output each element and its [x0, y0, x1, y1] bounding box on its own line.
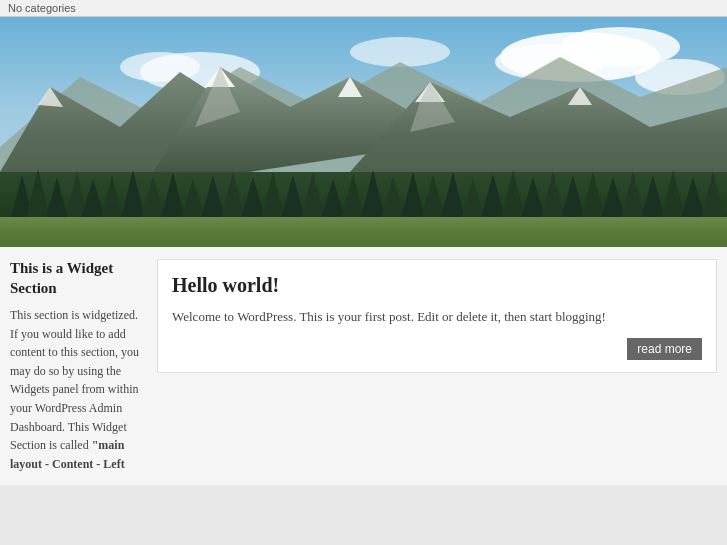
read-more-button[interactable]: read more: [627, 338, 702, 360]
main-content: Hello world! Welcome to WordPress. This …: [157, 259, 717, 473]
post-body: Welcome to WordPress. This is your first…: [172, 307, 700, 328]
svg-rect-57: [0, 232, 727, 247]
sidebar-body-text: This section is widgetized. If you would…: [10, 308, 139, 452]
post-article: Hello world! Welcome to WordPress. This …: [157, 259, 717, 373]
post-title: Hello world!: [172, 274, 700, 297]
content-wrapper: This is a Widget Section This section is…: [0, 247, 727, 485]
sidebar-title: This is a Widget Section: [10, 259, 145, 298]
top-bar: No categories: [0, 0, 727, 17]
no-categories-label: No categories: [8, 2, 76, 14]
header-image: [0, 17, 727, 247]
sidebar-body: This section is widgetized. If you would…: [10, 306, 145, 473]
sidebar: This is a Widget Section This section is…: [10, 259, 145, 473]
